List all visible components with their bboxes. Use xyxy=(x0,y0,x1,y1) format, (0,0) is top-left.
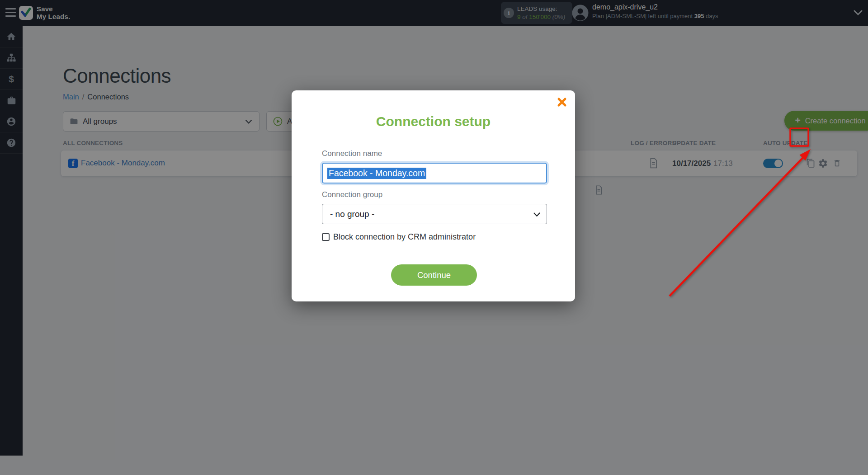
block-connection-checkbox-row[interactable]: Block connection by CRM administrator xyxy=(322,232,476,242)
connection-name-label: Connection name xyxy=(322,149,382,158)
connection-name-input[interactable]: Facebook - Monday.com xyxy=(322,163,547,183)
connection-group-label: Connection group xyxy=(322,190,382,199)
checkbox-unchecked[interactable] xyxy=(322,233,330,241)
close-icon[interactable] xyxy=(557,97,567,107)
connection-group-select[interactable]: - no group - xyxy=(322,204,547,224)
connection-group-value: - no group - xyxy=(330,209,374,219)
checkbox-label: Block connection by CRM administrator xyxy=(333,232,476,242)
connection-setup-modal: Connection setup Connection name Faceboo… xyxy=(292,90,575,301)
selected-input-text: Facebook - Monday.com xyxy=(327,168,426,179)
continue-button[interactable]: Continue xyxy=(391,264,477,286)
modal-title: Connection setup xyxy=(292,114,575,129)
select-chevron-down-icon xyxy=(533,212,540,217)
